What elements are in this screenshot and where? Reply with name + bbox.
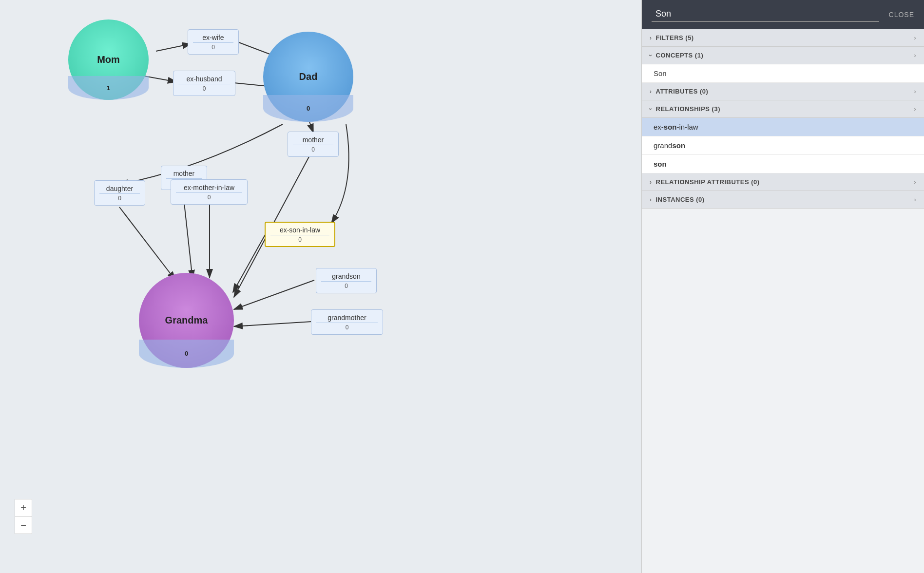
section-rel-attributes[interactable]: › RELATIONSHIP ATTRIBUTES (0) ›: [642, 173, 924, 191]
ex-wife-label: ex-wife: [202, 34, 224, 41]
ex-husband-label: ex-husband: [186, 75, 222, 83]
relationships-expand-icon: ›: [914, 106, 917, 113]
node-ex-mother-in-law[interactable]: ex-mother-in-law 0: [171, 179, 248, 205]
mom-count: 1: [68, 76, 149, 100]
grandson-label: grandson: [332, 272, 360, 280]
instances-label: INSTANCES (0): [656, 196, 705, 203]
ex-son-in-law-label: ex-son-in-law: [280, 226, 320, 234]
instances-chevron: ›: [650, 196, 652, 203]
node-daughter[interactable]: daughter 0: [94, 180, 145, 206]
ex-mother-in-law-label: ex-mother-in-law: [184, 184, 234, 191]
node-grandma[interactable]: Grandma 0: [139, 273, 234, 368]
panel-search-input[interactable]: [652, 7, 879, 22]
svg-line-10: [233, 234, 266, 292]
rel-attributes-expand-icon: ›: [914, 179, 917, 186]
ex-son-in-law-count: 0: [270, 235, 329, 243]
grandmother-count: 0: [316, 323, 378, 331]
svg-line-8: [119, 207, 175, 280]
node-mother-top[interactable]: mother 0: [288, 132, 339, 157]
concepts-expand-icon: ›: [914, 52, 917, 59]
panel-header: CLOSE: [642, 0, 924, 29]
filters-expand-icon: ›: [914, 35, 917, 41]
ex-wife-count: 0: [193, 42, 233, 51]
section-instances[interactable]: › INSTANCES (0) ›: [642, 191, 924, 209]
node-mom[interactable]: Mom 1: [68, 19, 149, 100]
mother-top-count: 0: [293, 145, 333, 153]
rel-attributes-label: RELATIONSHIP ATTRIBUTES (0): [656, 178, 760, 186]
node-grandmother[interactable]: grandmother 0: [311, 309, 383, 335]
daughter-count: 0: [99, 193, 140, 202]
ex-husband-count: 0: [178, 84, 230, 92]
section-relationships[interactable]: › RELATIONSHIPS (3) ›: [642, 100, 924, 118]
mom-label: Mom: [97, 54, 120, 65]
node-ex-husband[interactable]: ex-husband 0: [173, 71, 235, 96]
rel-grandson-bold: son: [672, 141, 685, 150]
attributes-label: ATTRIBUTES (0): [656, 88, 709, 95]
rel-attributes-chevron: ›: [650, 179, 652, 186]
dad-count: 0: [263, 95, 353, 122]
zoom-controls: + −: [15, 499, 32, 534]
node-ex-wife[interactable]: ex-wife 0: [188, 29, 239, 55]
svg-line-11: [234, 280, 314, 309]
rel-grandson[interactable]: grandson: [642, 136, 924, 155]
graph-area: Mom 1 Dad 0 Grandma 0 ex-wife 0 ex-husba: [0, 0, 641, 573]
svg-line-5: [309, 122, 313, 133]
daughter-label: daughter: [106, 185, 133, 192]
concept-son[interactable]: Son: [642, 64, 924, 83]
mother-mid-label: mother: [173, 170, 195, 177]
concepts-label: CONCEPTS (1): [656, 52, 704, 59]
ex-mother-in-law-count: 0: [176, 192, 242, 201]
grandma-count: 0: [139, 340, 234, 368]
svg-line-3: [156, 44, 191, 51]
grandson-count: 0: [321, 281, 371, 289]
node-grandson[interactable]: grandson 0: [316, 268, 377, 293]
relationships-chevron: ›: [647, 108, 654, 110]
svg-line-12: [234, 322, 312, 326]
rel-ex-son-in-law[interactable]: ex-son-in-law: [642, 118, 924, 136]
attributes-chevron: ›: [650, 88, 652, 95]
section-filters[interactable]: › FILTERS (5) ›: [642, 29, 924, 47]
relationships-label: RELATIONSHIPS (3): [656, 105, 721, 113]
node-dad[interactable]: Dad 0: [263, 32, 353, 122]
rel-ex-son-bold: son: [664, 123, 677, 131]
mother-top-label: mother: [303, 136, 324, 144]
node-ex-son-in-law[interactable]: ex-son-in-law 0: [265, 222, 335, 247]
instances-expand-icon: ›: [914, 196, 917, 203]
filters-label: FILTERS (5): [656, 34, 694, 41]
filters-chevron: ›: [650, 35, 652, 41]
section-attributes[interactable]: › ATTRIBUTES (0) ›: [642, 83, 924, 100]
concepts-chevron: ›: [647, 54, 654, 57]
panel-close-button[interactable]: CLOSE: [889, 11, 914, 19]
attributes-expand-icon: ›: [914, 88, 917, 95]
dad-label: Dad: [299, 71, 318, 82]
zoom-in-button[interactable]: +: [15, 499, 32, 516]
right-panel: CLOSE › FILTERS (5) › › CONCEPTS (1) › S…: [641, 0, 924, 573]
grandmother-label: grandmother: [327, 314, 366, 322]
grandma-label: Grandma: [165, 315, 208, 326]
rel-son-bold: son: [654, 160, 667, 168]
zoom-out-button[interactable]: −: [15, 516, 32, 534]
rel-son[interactable]: son: [642, 155, 924, 173]
section-concepts[interactable]: › CONCEPTS (1) ›: [642, 47, 924, 64]
main-container: Mom 1 Dad 0 Grandma 0 ex-wife 0 ex-husba: [0, 0, 924, 573]
